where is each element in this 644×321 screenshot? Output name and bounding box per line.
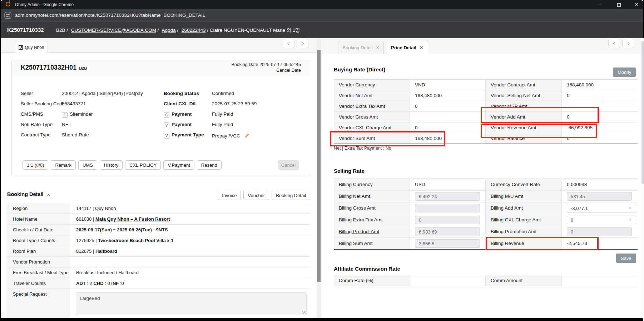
booking-card: K25071710332H01B2B Booking Date 2025-07-…: [11, 60, 310, 176]
one-to-one-button[interactable]: 1:1 (0/0): [23, 160, 48, 170]
v-payment-value: Fully Paid: [212, 122, 233, 127]
voucher-button[interactable]: Voucher: [243, 191, 269, 200]
chevron-right-icon: [626, 42, 629, 45]
c-badge-icon: C: [164, 112, 169, 118]
minimize-button[interactable]: [594, 0, 606, 9]
right-panel-prev-button[interactable]: [608, 39, 620, 48]
field-row-seller-booking-code: Seller Booking Code 558493771 Client CXL…: [12, 99, 310, 109]
save-button[interactable]: Save: [616, 254, 636, 263]
seller-label: Seller: [21, 91, 33, 96]
tab-quy-nhon-label: Quy Nhon: [25, 45, 44, 50]
billing-product-amt-link[interactable]: Billing Product Amt: [339, 229, 379, 234]
breakfast-value: Breakfast Included / Halfboard: [70, 267, 310, 278]
cms-pms-value: CSiteminder: [62, 111, 93, 118]
chd-label: CHD: [93, 281, 103, 286]
edit-pencil-icon[interactable]: [244, 133, 249, 138]
billing-add-amt-label: Billing Add Amt: [486, 202, 562, 214]
url-text[interactable]: adm.ohmyhotel.com/reservation/hotel/K250…: [15, 9, 205, 21]
room-type-name: Two-bedroom Beach Pool Villa x 1: [98, 238, 173, 243]
check-in-out-value: 2025-08-17(Sun) ~ 2025-08-26(Tue) - 9NTS: [70, 225, 310, 235]
v-payment-button[interactable]: V.Payment: [163, 160, 194, 170]
billing-mu-amt-label: Billing M/U Amt: [486, 191, 562, 202]
region-value: 144117 | Quy Nhon: [70, 203, 310, 214]
net-extra-tax-note: Net | Extra Tax Payment : No: [334, 146, 391, 151]
v-payment-type-label: VPayment Type: [164, 132, 204, 139]
vendor-sum-amt-value: 168,480,000: [410, 133, 486, 144]
breadcrumb-trail: B2B / CUSTOMER-SERVICE@AGODA.COM / Agoda…: [56, 27, 302, 34]
seller-link[interactable]: Agoda: [162, 27, 176, 33]
vendor-msp-amt-label: Vendor MSP Amt: [486, 101, 562, 111]
vendor-add-amt-value: 0: [562, 112, 638, 122]
field-row-seller: Seller 200012 | Agoda | Seller(API) |Pos…: [12, 88, 310, 99]
url-bar[interactable]: adm.ohmyhotel.com/reservation/hotel/K250…: [1, 9, 643, 21]
site-settings-icon[interactable]: [4, 12, 11, 19]
billing-sum-amt-input: [415, 239, 480, 248]
selling-row-extra-tax: Billing Extra Tax Amt Billing CXL Charge…: [334, 214, 638, 226]
billing-cxl-charge-amt-input[interactable]: [567, 216, 636, 224]
history-button[interactable]: History: [100, 160, 123, 170]
table-row-breakfast: Free Breakfast / Meal Type Breakfast Inc…: [7, 267, 310, 278]
selling-row-currency: Billing Currency USD Currency Convert Ra…: [334, 179, 638, 191]
billing-currency-value: USD: [410, 179, 486, 190]
billing-mu-amt-input: [567, 192, 632, 201]
vendor-revenue-amt-value: -66,992,895: [562, 122, 638, 133]
right-panel-next-button[interactable]: [622, 39, 634, 48]
tab-booking-detail[interactable]: Booking Detail ✕: [338, 41, 384, 54]
seller-value: 200012 | Agoda | Seller(API) |Postpay: [62, 91, 143, 96]
tab-close-icon[interactable]: ✕: [420, 45, 423, 50]
hotel-name-link[interactable]: Maia Quy Nhon – A Fusion Resort: [95, 216, 170, 222]
hotel-id: 661030 |: [76, 216, 94, 222]
buying-rate-title: Buying Rate (Direct): [334, 66, 385, 72]
booking-detail-button[interactable]: Booking Detail: [272, 191, 310, 200]
table-row-region: Region 144117 | Quy Nhon: [7, 203, 310, 214]
left-panel-next-button[interactable]: [297, 39, 308, 48]
vendor-selling-net-amt-value: 0: [562, 90, 638, 101]
selling-rate-table: Billing Currency USD Currency Convert Ra…: [334, 179, 638, 250]
resize-grip-icon[interactable]: [302, 311, 306, 314]
cxl-policy-button[interactable]: CXL POLICY: [125, 160, 161, 170]
cancel-date-label: Cancel Date: [231, 67, 301, 73]
vendor-gross-amt-value: [410, 112, 486, 122]
billing-promotion-amt-input: [567, 227, 632, 236]
tab-close-icon[interactable]: ✕: [376, 45, 379, 50]
c-payment-label: CPayment: [164, 111, 192, 118]
resend-button[interactable]: Resend: [197, 160, 222, 170]
field-row-noti-rate: Noti Rate Type NET VPayment Fully Paid: [12, 119, 310, 130]
buying-row-sum: Vendor Sum Amt 168,480,000 Vendor Balanc…: [334, 133, 638, 144]
booking-detail-table: Region 144117 | Quy Nhon Hotel Name 6610…: [7, 203, 310, 321]
vendor-balance-value: 0: [562, 133, 638, 144]
clear-input-icon[interactable]: ✕: [628, 217, 631, 222]
region-label: Region: [7, 203, 70, 214]
v-badge-icon: V: [164, 122, 169, 128]
tab-quy-nhon[interactable]: Quy Nhon: [15, 41, 48, 53]
left-panel-prev-button[interactable]: [283, 39, 294, 48]
breadcrumb-b2b: B2B /: [56, 27, 68, 33]
window-title: Ohmy Admin - Google Chrome: [15, 0, 74, 9]
affiliate-commission-title: Affiliate Commission Rate: [334, 266, 400, 272]
vendor-contract-amt-value: 168,480,000: [562, 80, 638, 90]
customer-email-link[interactable]: CUSTOMER-SERVICE@AGODA.COM: [71, 27, 156, 33]
booking-code: K25071710332: [7, 27, 44, 33]
special-request-textarea[interactable]: LargeBed: [76, 292, 307, 315]
modify-button[interactable]: Modify: [613, 67, 636, 77]
ohmy-logo-icon: [6, 2, 10, 6]
client-cxl-dl-value: 2025-07-25 23:59:59: [212, 101, 257, 106]
vendor-revenue-amt-label: Vendor Revenue Amt: [486, 122, 562, 133]
right-panel-scrollbar-thumb[interactable]: [641, 41, 644, 184]
remark-button[interactable]: Remark: [51, 160, 76, 170]
contract-type-value: Shared Rate: [62, 132, 89, 137]
seller-booking-code-value: 558493771: [62, 101, 86, 106]
clear-input-icon[interactable]: ✕: [628, 206, 631, 210]
left-panel-scrollbar-thumb[interactable]: [317, 50, 321, 282]
vendor-cxl-charge-amt-value: 0: [410, 122, 486, 133]
tab-price-detail[interactable]: Price Detail ✕: [386, 41, 428, 55]
billing-add-amt-input[interactable]: [567, 204, 636, 212]
booking-status-value: Confirmed: [212, 91, 234, 96]
reservation-ref-link[interactable]: 260222443: [182, 27, 206, 33]
ums-button[interactable]: UMS: [78, 160, 97, 170]
selling-row-sum: Billing Sum Amt Billing Revenue -2,545.7…: [334, 238, 638, 249]
close-button[interactable]: ✕: [630, 0, 643, 9]
booking-card-code: K25071710332H01B2B: [21, 64, 87, 71]
invoice-button[interactable]: Invoice: [218, 191, 241, 200]
maximize-button[interactable]: [613, 0, 625, 9]
